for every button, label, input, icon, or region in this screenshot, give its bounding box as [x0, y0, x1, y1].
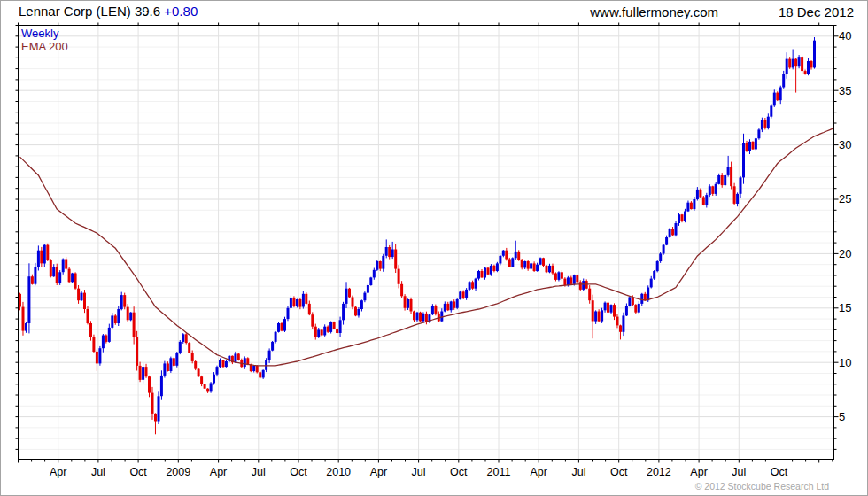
site-url[interactable]: www.fullermoney.com: [590, 4, 718, 19]
candle-body-up: [268, 351, 271, 360]
candle-body-up: [102, 336, 105, 349]
candle-body-up: [262, 370, 265, 378]
candle-body-up: [502, 251, 505, 256]
candle-body-down: [311, 314, 314, 327]
candle-body-down: [96, 352, 98, 364]
candle-body-down: [579, 282, 582, 290]
candle-body-up: [548, 266, 551, 272]
x-tick-label: Oct: [450, 466, 468, 478]
x-tick-label: Jul: [252, 466, 266, 478]
price-change: +0.80: [164, 4, 198, 19]
candle-body-up: [323, 327, 326, 336]
candle-body-down: [87, 309, 89, 323]
candle-body-up: [499, 256, 501, 264]
x-tick-label: Jul: [732, 466, 746, 478]
candle-body-up: [345, 289, 348, 304]
candle-body-down: [333, 322, 336, 329]
candle-body-down: [552, 266, 554, 274]
candle-body-down: [398, 269, 400, 284]
chart-title: Lennar Corp (LEN) 39.6 +0.80: [19, 4, 198, 19]
candle-body-down: [801, 57, 803, 71]
candle-body-up: [52, 267, 55, 276]
candle-body-up: [693, 199, 695, 209]
candle-body-up: [163, 363, 166, 376]
candle-body-down: [721, 175, 724, 185]
candle-body-up: [407, 299, 409, 308]
y-tick-label: 20: [839, 247, 851, 260]
candle-body-up: [807, 61, 810, 74]
candle-body-up: [761, 120, 763, 129]
candle-body-down: [681, 214, 684, 221]
candle-body-up: [567, 277, 570, 285]
candle-body-up: [678, 214, 680, 223]
candle-body-down: [487, 267, 490, 274]
candle-body-up: [363, 293, 366, 301]
candle-body-down: [352, 298, 354, 307]
candle-body-down: [542, 258, 545, 266]
candle-body-up: [628, 298, 631, 306]
candle-body-down: [321, 329, 323, 335]
candle-body-up: [27, 276, 30, 323]
candle-body-up: [736, 194, 739, 204]
candle-body-up: [742, 143, 745, 177]
candle-body-down: [46, 245, 49, 260]
candle-body-down: [419, 313, 422, 322]
candle-body-down: [404, 296, 407, 308]
candle-body-up: [647, 288, 649, 301]
candle-body-down: [281, 323, 283, 331]
candle-body-down: [788, 59, 791, 68]
candle-body-up: [770, 105, 772, 116]
candle-body-down: [194, 361, 197, 369]
x-tick-label: Oct: [290, 466, 307, 478]
candle-body-down: [388, 247, 391, 257]
candle-body-down: [554, 274, 557, 280]
chart-page: 510152025303540 AprJulOct2009AprJulOct20…: [0, 0, 868, 496]
candle-body-up: [179, 342, 182, 353]
candle-body-down: [671, 229, 674, 235]
candle-body-up: [275, 332, 277, 342]
copyright-notice: © 2012 Stockcube Research Ltd: [695, 481, 829, 492]
legend-ema-label: EMA 200: [21, 40, 68, 53]
candle-body-down: [804, 71, 807, 74]
candle-body-down: [305, 294, 307, 304]
candle-body-down: [644, 294, 647, 300]
candle-body-down: [151, 393, 154, 414]
candle-body-up: [81, 293, 83, 301]
candle-body-up: [484, 267, 486, 277]
candle-body-up: [456, 299, 459, 308]
candle-body-up: [283, 319, 286, 331]
x-tick-label: Oct: [129, 466, 147, 478]
x-tick-label: Apr: [50, 466, 66, 478]
candle-body-up: [798, 57, 801, 66]
candle-body-up: [669, 229, 671, 237]
candle-body-up: [465, 290, 468, 298]
candle-body-down: [89, 323, 92, 337]
x-tick-label: Oct: [610, 466, 628, 478]
candle-body-up: [705, 195, 708, 205]
candle-body-down: [752, 142, 755, 150]
x-tick-label: Apr: [210, 466, 227, 478]
candle-body-down: [237, 353, 240, 360]
candle-body-up: [37, 251, 40, 267]
candle-body-up: [515, 252, 517, 258]
gridline-major-path: [19, 36, 834, 417]
candle-body-up: [317, 329, 320, 337]
candle-body-up: [653, 271, 655, 279]
candle-body-down: [56, 267, 58, 283]
candle-body-down: [576, 275, 578, 282]
candle-body-up: [431, 306, 434, 314]
candle-body-up: [360, 300, 363, 309]
candle-body-down: [133, 313, 136, 337]
candle-body-up: [659, 253, 662, 261]
candle-body-down: [521, 260, 523, 268]
candle-body-down: [68, 269, 71, 283]
candle-body-up: [539, 258, 542, 264]
candle-body-up: [158, 396, 160, 421]
candle-body-up: [813, 41, 816, 68]
gridline-minor-path: [19, 26, 834, 450]
candle-body-down: [256, 366, 259, 372]
candle-body-up: [244, 358, 246, 367]
candle-body-down: [690, 203, 693, 209]
candle-body-up: [782, 74, 785, 88]
candle-body-down: [40, 251, 43, 264]
